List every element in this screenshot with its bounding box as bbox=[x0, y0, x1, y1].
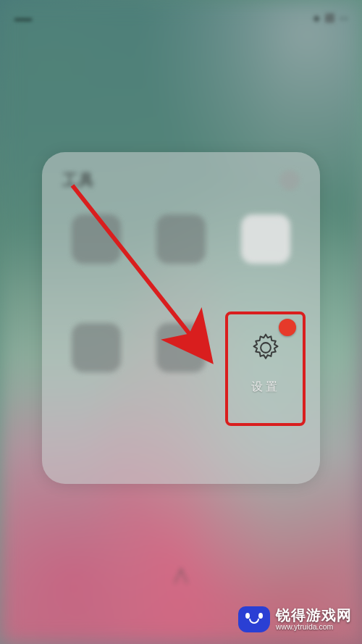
signal-icon: ▬▬ bbox=[14, 13, 32, 23]
status-right: ◉ ⬛ ▭ bbox=[313, 13, 348, 23]
home-indicator[interactable] bbox=[173, 564, 189, 587]
gear-icon bbox=[250, 332, 282, 364]
settings-icon-wrap bbox=[241, 323, 290, 372]
app-icon-0 bbox=[72, 214, 121, 264]
folder-header: 工具 bbox=[55, 170, 307, 203]
app-item-2[interactable] bbox=[227, 209, 304, 310]
settings-app[interactable]: 设置 bbox=[227, 317, 304, 419]
watermark-url: www.ytruida.com bbox=[276, 623, 352, 631]
status-left: ▬▬ bbox=[14, 13, 32, 23]
app-icon-1 bbox=[156, 214, 206, 264]
settings-label: 设置 bbox=[251, 380, 280, 395]
svg-point-0 bbox=[261, 343, 271, 353]
app-item-3[interactable] bbox=[58, 317, 135, 419]
app-icon-3 bbox=[72, 323, 121, 372]
battery-icon: ▭ bbox=[340, 13, 348, 23]
watermark-brand: 锐得游戏网 bbox=[276, 608, 352, 623]
folder-grid: 设置 bbox=[55, 203, 307, 425]
wifi-icon: ◉ bbox=[313, 13, 320, 23]
app-icon-4 bbox=[156, 323, 206, 372]
status-bar: ▬▬ ◉ ⬛ ▭ bbox=[0, 7, 362, 29]
watermark-text: 锐得游戏网 www.ytruida.com bbox=[276, 608, 352, 631]
app-item-1[interactable] bbox=[143, 209, 220, 310]
bluetooth-icon: ⬛ bbox=[324, 13, 335, 23]
notification-badge bbox=[279, 319, 296, 336]
watermark-logo bbox=[238, 606, 270, 632]
app-item-4[interactable] bbox=[143, 317, 220, 419]
app-icon-2 bbox=[241, 214, 290, 264]
watermark: 锐得游戏网 www.ytruida.com bbox=[238, 606, 352, 632]
folder-menu-button[interactable] bbox=[279, 170, 300, 191]
folder-title: 工具 bbox=[62, 170, 94, 191]
folder-panel[interactable]: 工具 bbox=[42, 152, 320, 484]
app-item-0[interactable] bbox=[58, 209, 135, 310]
